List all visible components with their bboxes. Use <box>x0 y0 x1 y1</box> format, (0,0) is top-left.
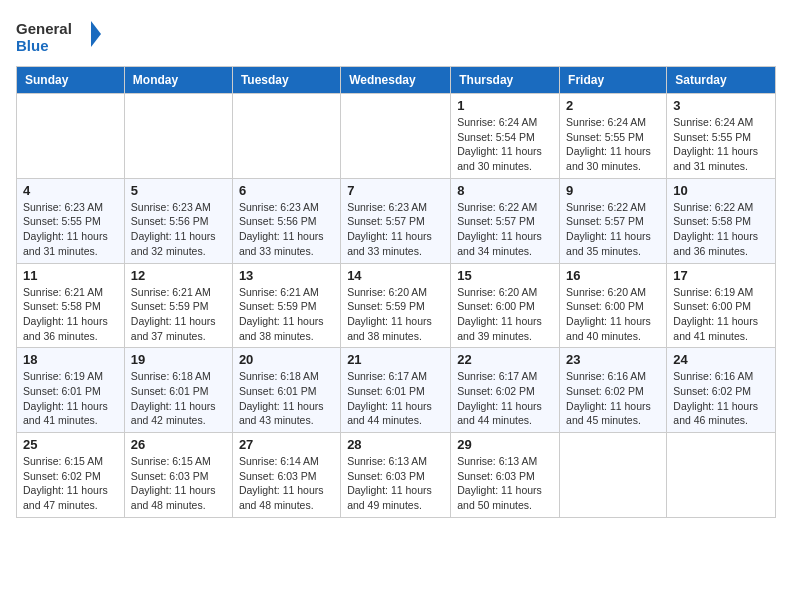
day-info: Sunrise: 6:17 AM Sunset: 6:02 PM Dayligh… <box>457 369 553 428</box>
calendar-cell <box>17 94 125 179</box>
day-info: Sunrise: 6:22 AM Sunset: 5:57 PM Dayligh… <box>457 200 553 259</box>
day-number: 28 <box>347 437 444 452</box>
day-info: Sunrise: 6:24 AM Sunset: 5:54 PM Dayligh… <box>457 115 553 174</box>
day-number: 27 <box>239 437 334 452</box>
logo: General Blue <box>16 16 106 58</box>
calendar-cell: 24Sunrise: 6:16 AM Sunset: 6:02 PM Dayli… <box>667 348 776 433</box>
calendar-cell: 6Sunrise: 6:23 AM Sunset: 5:56 PM Daylig… <box>232 178 340 263</box>
calendar-cell <box>560 433 667 518</box>
day-info: Sunrise: 6:24 AM Sunset: 5:55 PM Dayligh… <box>673 115 769 174</box>
day-info: Sunrise: 6:23 AM Sunset: 5:55 PM Dayligh… <box>23 200 118 259</box>
day-info: Sunrise: 6:13 AM Sunset: 6:03 PM Dayligh… <box>457 454 553 513</box>
day-number: 21 <box>347 352 444 367</box>
calendar-cell: 5Sunrise: 6:23 AM Sunset: 5:56 PM Daylig… <box>124 178 232 263</box>
calendar-cell: 13Sunrise: 6:21 AM Sunset: 5:59 PM Dayli… <box>232 263 340 348</box>
calendar: SundayMondayTuesdayWednesdayThursdayFrid… <box>16 66 776 518</box>
day-number: 26 <box>131 437 226 452</box>
day-info: Sunrise: 6:20 AM Sunset: 5:59 PM Dayligh… <box>347 285 444 344</box>
calendar-header-row: SundayMondayTuesdayWednesdayThursdayFrid… <box>17 67 776 94</box>
day-number: 15 <box>457 268 553 283</box>
calendar-cell <box>341 94 451 179</box>
day-info: Sunrise: 6:16 AM Sunset: 6:02 PM Dayligh… <box>566 369 660 428</box>
calendar-week-2: 4Sunrise: 6:23 AM Sunset: 5:55 PM Daylig… <box>17 178 776 263</box>
calendar-cell: 7Sunrise: 6:23 AM Sunset: 5:57 PM Daylig… <box>341 178 451 263</box>
day-header-sunday: Sunday <box>17 67 125 94</box>
calendar-cell: 20Sunrise: 6:18 AM Sunset: 6:01 PM Dayli… <box>232 348 340 433</box>
day-info: Sunrise: 6:23 AM Sunset: 5:57 PM Dayligh… <box>347 200 444 259</box>
day-info: Sunrise: 6:14 AM Sunset: 6:03 PM Dayligh… <box>239 454 334 513</box>
day-number: 9 <box>566 183 660 198</box>
day-info: Sunrise: 6:15 AM Sunset: 6:03 PM Dayligh… <box>131 454 226 513</box>
calendar-cell: 21Sunrise: 6:17 AM Sunset: 6:01 PM Dayli… <box>341 348 451 433</box>
day-number: 29 <box>457 437 553 452</box>
day-number: 19 <box>131 352 226 367</box>
calendar-cell: 8Sunrise: 6:22 AM Sunset: 5:57 PM Daylig… <box>451 178 560 263</box>
day-number: 8 <box>457 183 553 198</box>
day-number: 5 <box>131 183 226 198</box>
calendar-cell: 17Sunrise: 6:19 AM Sunset: 6:00 PM Dayli… <box>667 263 776 348</box>
day-number: 6 <box>239 183 334 198</box>
svg-text:Blue: Blue <box>16 37 49 54</box>
calendar-cell: 18Sunrise: 6:19 AM Sunset: 6:01 PM Dayli… <box>17 348 125 433</box>
day-header-tuesday: Tuesday <box>232 67 340 94</box>
day-number: 25 <box>23 437 118 452</box>
calendar-cell <box>232 94 340 179</box>
day-number: 11 <box>23 268 118 283</box>
day-number: 10 <box>673 183 769 198</box>
calendar-cell: 28Sunrise: 6:13 AM Sunset: 6:03 PM Dayli… <box>341 433 451 518</box>
calendar-week-3: 11Sunrise: 6:21 AM Sunset: 5:58 PM Dayli… <box>17 263 776 348</box>
calendar-cell: 14Sunrise: 6:20 AM Sunset: 5:59 PM Dayli… <box>341 263 451 348</box>
day-number: 18 <box>23 352 118 367</box>
day-info: Sunrise: 6:22 AM Sunset: 5:57 PM Dayligh… <box>566 200 660 259</box>
day-info: Sunrise: 6:22 AM Sunset: 5:58 PM Dayligh… <box>673 200 769 259</box>
header: General Blue <box>16 16 776 58</box>
day-info: Sunrise: 6:23 AM Sunset: 5:56 PM Dayligh… <box>239 200 334 259</box>
svg-marker-2 <box>91 21 101 47</box>
logo-svg: General Blue <box>16 16 106 58</box>
calendar-cell: 1Sunrise: 6:24 AM Sunset: 5:54 PM Daylig… <box>451 94 560 179</box>
calendar-cell: 19Sunrise: 6:18 AM Sunset: 6:01 PM Dayli… <box>124 348 232 433</box>
calendar-cell: 27Sunrise: 6:14 AM Sunset: 6:03 PM Dayli… <box>232 433 340 518</box>
calendar-cell: 29Sunrise: 6:13 AM Sunset: 6:03 PM Dayli… <box>451 433 560 518</box>
day-number: 24 <box>673 352 769 367</box>
day-number: 23 <box>566 352 660 367</box>
calendar-cell: 26Sunrise: 6:15 AM Sunset: 6:03 PM Dayli… <box>124 433 232 518</box>
calendar-cell: 16Sunrise: 6:20 AM Sunset: 6:00 PM Dayli… <box>560 263 667 348</box>
day-info: Sunrise: 6:21 AM Sunset: 5:59 PM Dayligh… <box>239 285 334 344</box>
day-number: 14 <box>347 268 444 283</box>
day-number: 13 <box>239 268 334 283</box>
day-header-thursday: Thursday <box>451 67 560 94</box>
calendar-cell: 11Sunrise: 6:21 AM Sunset: 5:58 PM Dayli… <box>17 263 125 348</box>
day-number: 3 <box>673 98 769 113</box>
calendar-week-4: 18Sunrise: 6:19 AM Sunset: 6:01 PM Dayli… <box>17 348 776 433</box>
day-number: 20 <box>239 352 334 367</box>
day-header-wednesday: Wednesday <box>341 67 451 94</box>
day-number: 22 <box>457 352 553 367</box>
day-info: Sunrise: 6:24 AM Sunset: 5:55 PM Dayligh… <box>566 115 660 174</box>
day-number: 12 <box>131 268 226 283</box>
calendar-cell: 10Sunrise: 6:22 AM Sunset: 5:58 PM Dayli… <box>667 178 776 263</box>
day-info: Sunrise: 6:21 AM Sunset: 5:59 PM Dayligh… <box>131 285 226 344</box>
day-info: Sunrise: 6:18 AM Sunset: 6:01 PM Dayligh… <box>239 369 334 428</box>
calendar-cell: 12Sunrise: 6:21 AM Sunset: 5:59 PM Dayli… <box>124 263 232 348</box>
calendar-cell: 4Sunrise: 6:23 AM Sunset: 5:55 PM Daylig… <box>17 178 125 263</box>
calendar-cell: 2Sunrise: 6:24 AM Sunset: 5:55 PM Daylig… <box>560 94 667 179</box>
day-header-monday: Monday <box>124 67 232 94</box>
calendar-cell <box>667 433 776 518</box>
calendar-cell: 25Sunrise: 6:15 AM Sunset: 6:02 PM Dayli… <box>17 433 125 518</box>
day-info: Sunrise: 6:20 AM Sunset: 6:00 PM Dayligh… <box>566 285 660 344</box>
day-info: Sunrise: 6:16 AM Sunset: 6:02 PM Dayligh… <box>673 369 769 428</box>
calendar-cell: 9Sunrise: 6:22 AM Sunset: 5:57 PM Daylig… <box>560 178 667 263</box>
day-info: Sunrise: 6:15 AM Sunset: 6:02 PM Dayligh… <box>23 454 118 513</box>
day-info: Sunrise: 6:21 AM Sunset: 5:58 PM Dayligh… <box>23 285 118 344</box>
calendar-week-5: 25Sunrise: 6:15 AM Sunset: 6:02 PM Dayli… <box>17 433 776 518</box>
calendar-cell <box>124 94 232 179</box>
day-info: Sunrise: 6:19 AM Sunset: 6:00 PM Dayligh… <box>673 285 769 344</box>
day-number: 7 <box>347 183 444 198</box>
day-header-friday: Friday <box>560 67 667 94</box>
svg-text:General: General <box>16 20 72 37</box>
day-header-saturday: Saturday <box>667 67 776 94</box>
day-info: Sunrise: 6:17 AM Sunset: 6:01 PM Dayligh… <box>347 369 444 428</box>
day-info: Sunrise: 6:20 AM Sunset: 6:00 PM Dayligh… <box>457 285 553 344</box>
day-info: Sunrise: 6:13 AM Sunset: 6:03 PM Dayligh… <box>347 454 444 513</box>
